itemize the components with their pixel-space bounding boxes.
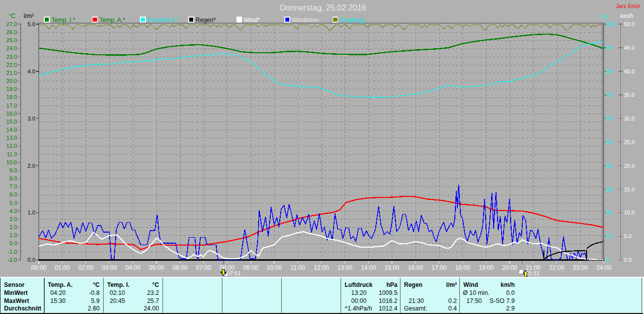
svg-text:5.0: 5.0 xyxy=(10,200,17,206)
svg-text:25.0: 25.0 xyxy=(7,37,17,43)
svg-text:50: 50 xyxy=(606,139,612,145)
svg-text:5.0: 5.0 xyxy=(624,233,631,239)
svg-text:Regen*: Regen* xyxy=(196,17,216,24)
svg-text:1012.4: 1012.4 xyxy=(379,305,397,312)
svg-text:20.0: 20.0 xyxy=(624,163,634,169)
svg-text:24.00: 24.00 xyxy=(144,305,159,312)
svg-text:10: 10 xyxy=(606,233,612,239)
svg-text:70: 70 xyxy=(606,92,612,98)
svg-text:00:00: 00:00 xyxy=(31,264,46,271)
svg-text:22.0: 22.0 xyxy=(7,62,17,68)
svg-text:50.0: 50.0 xyxy=(624,21,634,27)
svg-text:Luftdruck: Luftdruck xyxy=(345,281,373,288)
svg-text:15:30: 15:30 xyxy=(50,297,66,304)
svg-text:MinWert: MinWert xyxy=(4,289,28,296)
svg-text:05:00: 05:00 xyxy=(149,264,164,271)
svg-text:16:00: 16:00 xyxy=(408,264,423,271)
svg-text:11.0: 11.0 xyxy=(7,151,17,157)
svg-text:2.0: 2.0 xyxy=(10,224,17,230)
svg-text:13:20: 13:20 xyxy=(351,289,367,296)
svg-text:6.0: 6.0 xyxy=(10,191,17,197)
svg-text:5.0: 5.0 xyxy=(28,21,35,27)
svg-text:3.0: 3.0 xyxy=(28,116,35,122)
svg-text:Temp. I.*: Temp. I.* xyxy=(51,17,75,24)
svg-text:°C: °C xyxy=(93,281,100,288)
svg-text:26.0: 26.0 xyxy=(7,29,17,35)
svg-text:20:32: 20:32 xyxy=(526,270,540,276)
svg-text:30: 30 xyxy=(606,186,612,192)
svg-text:%: % xyxy=(602,13,607,20)
svg-text:22:00: 22:00 xyxy=(549,264,565,271)
svg-text:18.0: 18.0 xyxy=(7,94,17,100)
svg-text:1.0: 1.0 xyxy=(28,210,35,216)
svg-text:4.0: 4.0 xyxy=(10,208,17,214)
svg-text:0.0: 0.0 xyxy=(10,240,17,246)
svg-text:10.0: 10.0 xyxy=(7,159,17,165)
svg-text:00:00: 00:00 xyxy=(351,297,367,304)
svg-text:23.0: 23.0 xyxy=(7,54,17,60)
svg-text:20: 20 xyxy=(606,210,612,216)
svg-text:Feuchte A.*: Feuchte A.* xyxy=(147,17,179,24)
svg-text:60: 60 xyxy=(606,116,612,122)
svg-text:2.0: 2.0 xyxy=(28,163,35,169)
svg-text:0.0: 0.0 xyxy=(624,257,631,263)
svg-text:25.7: 25.7 xyxy=(147,297,159,304)
svg-text:13.0: 13.0 xyxy=(7,135,17,141)
svg-text:02:00: 02:00 xyxy=(78,264,94,271)
svg-text:17:50: 17:50 xyxy=(466,297,482,304)
svg-text:3.0: 3.0 xyxy=(10,216,17,222)
svg-text:02:10: 02:10 xyxy=(110,289,125,296)
svg-text:25.0: 25.0 xyxy=(624,139,634,145)
svg-text:17:00: 17:00 xyxy=(432,264,447,271)
svg-text:40.0: 40.0 xyxy=(624,68,634,74)
svg-text:12.0: 12.0 xyxy=(7,143,17,149)
svg-text:°C: °C xyxy=(9,13,16,20)
svg-text:80: 80 xyxy=(606,68,612,74)
svg-text:1016.2: 1016.2 xyxy=(379,297,397,304)
svg-text:°C: °C xyxy=(152,281,159,288)
svg-text:Durchschnitt: Durchschnitt xyxy=(4,305,41,312)
svg-text:20:45: 20:45 xyxy=(110,297,125,304)
svg-text:27.0: 27.0 xyxy=(7,21,17,27)
svg-text:9.0: 9.0 xyxy=(10,167,17,173)
svg-text:06:00: 06:00 xyxy=(173,264,188,271)
svg-text:Regen: Regen xyxy=(404,281,423,288)
svg-text:km/h: km/h xyxy=(501,281,515,288)
svg-text:0.2: 0.2 xyxy=(448,297,457,304)
svg-text:7.0: 7.0 xyxy=(10,183,17,189)
svg-text:40: 40 xyxy=(606,163,612,169)
svg-text:23.2: 23.2 xyxy=(147,289,159,296)
svg-text:23:00: 23:00 xyxy=(573,264,588,271)
svg-text:100: 100 xyxy=(606,21,615,27)
svg-text:15:00: 15:00 xyxy=(384,264,399,271)
svg-text:2.60: 2.60 xyxy=(88,305,100,312)
svg-text:15.0: 15.0 xyxy=(7,119,17,125)
svg-text:24:00: 24:00 xyxy=(596,264,611,271)
svg-text:18:00: 18:00 xyxy=(455,264,470,271)
svg-text:14.0: 14.0 xyxy=(7,127,17,133)
svg-text:Temp. A.: Temp. A. xyxy=(48,281,72,288)
svg-text:Jarz Erich: Jarz Erich xyxy=(616,3,640,9)
svg-text:04:20: 04:20 xyxy=(50,289,66,296)
svg-text:35.0: 35.0 xyxy=(624,92,634,98)
svg-text:0.0: 0.0 xyxy=(506,289,515,296)
svg-text:01:00: 01:00 xyxy=(55,264,70,271)
svg-text:km/h: km/h xyxy=(620,13,633,20)
svg-text:10.0: 10.0 xyxy=(624,210,634,216)
svg-text:Temp. I.: Temp. I. xyxy=(107,281,129,288)
svg-text:Ø 10 min.: Ø 10 min. xyxy=(463,289,490,296)
svg-text:17.0: 17.0 xyxy=(7,102,17,109)
svg-text:l/m²: l/m² xyxy=(446,281,457,288)
svg-text:4.0: 4.0 xyxy=(28,68,35,74)
svg-text:15.0: 15.0 xyxy=(624,186,634,192)
svg-text:Gesamt:: Gesamt: xyxy=(404,305,427,312)
svg-text:Empfang: Empfang xyxy=(340,17,364,24)
svg-text:Wind: Wind xyxy=(463,281,478,288)
svg-text:Windböen: Windböen xyxy=(292,17,319,24)
svg-text:07:00: 07:00 xyxy=(196,264,211,271)
svg-text:-1.0: -1.0 xyxy=(8,249,17,255)
svg-text:20.0: 20.0 xyxy=(7,78,17,84)
svg-text:8.0: 8.0 xyxy=(10,175,17,181)
svg-text:1.0: 1.0 xyxy=(10,232,17,238)
svg-text:21:30: 21:30 xyxy=(409,297,424,304)
